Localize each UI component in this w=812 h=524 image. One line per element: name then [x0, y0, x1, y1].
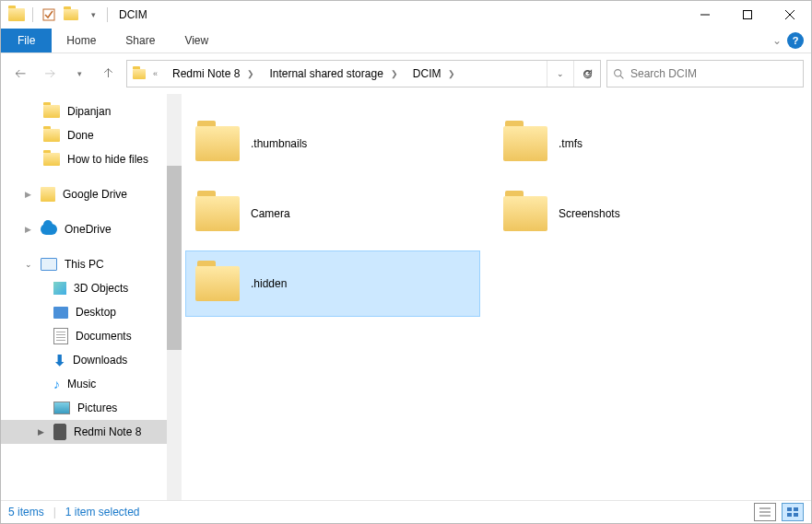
nav-quick-done[interactable]: Done [1, 123, 182, 147]
nav-label: Downloads [73, 354, 127, 367]
breadcrumb-storage[interactable]: Internal shared storage❯ [264, 61, 406, 87]
onedrive-icon [41, 224, 57, 235]
phone-icon [53, 424, 66, 440]
folder-hidden[interactable]: .hidden [185, 250, 480, 317]
nav-redmi-note-8[interactable]: ▶Redmi Note 8 [1, 420, 182, 444]
svg-rect-10 [787, 507, 792, 511]
refresh-button[interactable] [573, 61, 600, 87]
forward-button[interactable]: 🡢 [38, 62, 62, 86]
3d-objects-icon [53, 282, 66, 295]
properties-qat-button[interactable] [39, 5, 59, 25]
expand-ribbon-button[interactable]: ⌄ [772, 34, 782, 47]
navigation-bar: 🡠 🡢 ▾ 🡡 « Redmi Note 8❯ Internal shared … [1, 53, 811, 94]
item-label: .tmfs [559, 137, 583, 150]
ribbon-tabs: File Home Share View ⌄ ? [1, 29, 811, 53]
nav-label: Desktop [76, 306, 116, 319]
nav-label: Done [67, 129, 94, 142]
nav-label: Dipanjan [67, 105, 111, 118]
desktop-icon [53, 307, 68, 319]
nav-label: This PC [65, 258, 104, 271]
chevron-right-icon: ❯ [387, 69, 402, 78]
qat-dropdown-button[interactable]: ▾ [83, 5, 103, 25]
folder-icon [503, 126, 547, 161]
nav-onedrive[interactable]: ▶OneDrive [1, 217, 182, 241]
help-button[interactable]: ? [787, 32, 804, 49]
pictures-icon [53, 402, 70, 414]
up-button[interactable]: 🡡 [97, 62, 121, 86]
separator: | [53, 506, 56, 518]
breadcrumb-label: Redmi Note 8 [172, 67, 240, 80]
nav-pictures[interactable]: Pictures [1, 396, 182, 420]
navigation-pane: Dipanjan Done How to hide files ▶Google … [1, 94, 182, 500]
address-bar[interactable]: « Redmi Note 8❯ Internal shared storage❯… [126, 60, 601, 87]
folder-screenshots[interactable]: Screenshots [493, 180, 788, 247]
window-controls [684, 1, 811, 29]
folder-tmfs[interactable]: .tmfs [493, 111, 788, 177]
separator [107, 7, 108, 22]
folder-icon [195, 196, 240, 231]
details-view-button[interactable] [754, 503, 776, 521]
google-drive-icon [41, 187, 55, 202]
body: Dipanjan Done How to hide files ▶Google … [1, 94, 811, 500]
nav-documents[interactable]: Documents [1, 324, 182, 348]
new-folder-qat-button[interactable] [61, 5, 81, 25]
minimize-button[interactable] [684, 1, 726, 29]
chevron-right-icon: « [149, 69, 161, 78]
recent-dropdown-button[interactable]: ▾ [67, 62, 91, 86]
nav-label: Redmi Note 8 [74, 425, 141, 438]
item-label: .hidden [251, 277, 287, 290]
large-icons-view-button[interactable] [782, 503, 804, 521]
window-title: DCIM [119, 8, 147, 21]
nav-quick-howto[interactable]: How to hide files [1, 147, 182, 171]
nav-this-pc[interactable]: ⌄This PC [1, 252, 182, 276]
nav-3d-objects[interactable]: 3D Objects [1, 276, 182, 300]
folder-icon [195, 266, 240, 301]
breadcrumb-dcim[interactable]: DCIM❯ [407, 61, 465, 87]
folder-icon [6, 5, 27, 25]
expand-icon[interactable]: ▶ [25, 190, 33, 199]
file-tab[interactable]: File [1, 29, 52, 52]
nav-label: Pictures [77, 402, 117, 414]
close-button[interactable] [769, 1, 811, 29]
address-dropdown-button[interactable]: ⌄ [547, 61, 573, 87]
home-tab[interactable]: Home [52, 29, 111, 52]
nav-quick-dipanjan[interactable]: Dipanjan [1, 99, 182, 123]
svg-rect-2 [744, 11, 752, 19]
nav-scrollbar[interactable] [167, 94, 182, 500]
search-icon [613, 68, 625, 80]
folder-thumbnails[interactable]: .thumbnails [185, 111, 480, 177]
back-button[interactable]: 🡠 [8, 62, 32, 86]
nav-label: Documents [76, 330, 132, 343]
breadcrumb-root[interactable]: « [127, 61, 167, 87]
nav-downloads[interactable]: ⬇Downloads [1, 348, 182, 372]
content-area[interactable]: .thumbnails .tmfs Camera Screenshots .hi… [182, 94, 811, 500]
folder-camera[interactable]: Camera [185, 180, 480, 247]
search-placeholder: Search DCIM [630, 67, 697, 80]
explorer-window: ▾ DCIM File Home Share View ⌄ ? 🡠 🡢 ▾ 🡡 … [0, 0, 812, 524]
nav-music[interactable]: ♪Music [1, 372, 182, 396]
folder-icon [43, 129, 60, 142]
quick-access-toolbar: ▾ [1, 5, 103, 25]
breadcrumb-label: Internal shared storage [269, 67, 382, 80]
folder-icon [43, 105, 60, 118]
svg-point-5 [615, 69, 621, 76]
expand-icon[interactable]: ▶ [25, 225, 33, 234]
expand-icon[interactable]: ▶ [38, 427, 46, 437]
view-tab[interactable]: View [170, 29, 223, 52]
documents-icon [53, 328, 68, 344]
breadcrumb-device[interactable]: Redmi Note 8❯ [167, 61, 264, 87]
svg-rect-0 [43, 9, 54, 20]
pc-icon [41, 258, 57, 271]
scrollbar-thumb[interactable] [167, 166, 182, 350]
search-box[interactable]: Search DCIM [606, 60, 804, 87]
maximize-button[interactable] [726, 1, 769, 29]
folder-icon [195, 126, 240, 161]
item-label: .thumbnails [251, 137, 307, 150]
chevron-right-icon: ❯ [444, 69, 459, 78]
nav-label: 3D Objects [74, 282, 128, 295]
share-tab[interactable]: Share [111, 29, 170, 52]
nav-desktop[interactable]: Desktop [1, 300, 182, 324]
collapse-icon[interactable]: ⌄ [25, 260, 33, 269]
svg-rect-11 [794, 507, 798, 511]
nav-google-drive[interactable]: ▶Google Drive [1, 182, 182, 206]
